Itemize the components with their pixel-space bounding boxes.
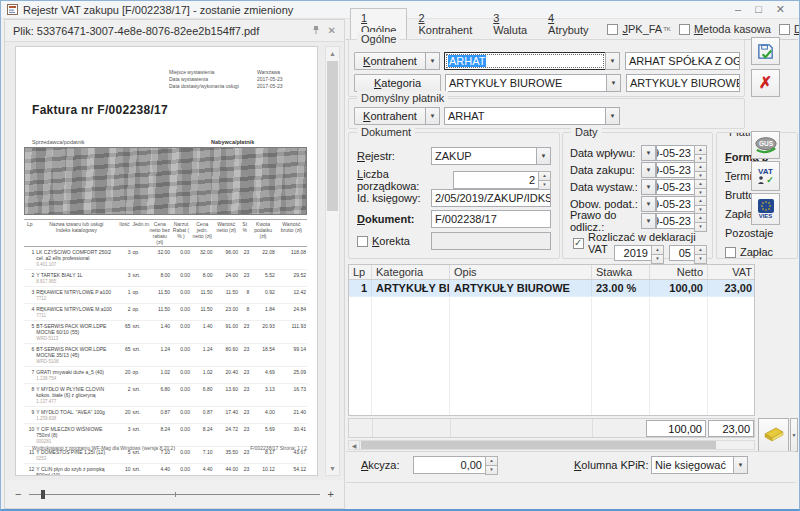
zoom-in-button[interactable]: + — [328, 488, 334, 500]
tab-waluta[interactable]: 3 Waluta — [483, 9, 537, 39]
rozliczac-vat-checkbox-box[interactable] — [573, 238, 584, 249]
kolumna-kpir-combo[interactable]: Nie księgować — [651, 456, 734, 474]
pin-icon[interactable] — [312, 25, 320, 37]
rejestr-combo[interactable]: ZAKUP — [431, 147, 537, 165]
checkbox-jpk-fa[interactable]: JPK_FA TK — [607, 23, 670, 39]
checkbox-dokument-wewnetrzny[interactable]: Dokument wewnętrzny — [779, 23, 800, 39]
zaplacono-checkbox[interactable]: Zapłac — [725, 246, 773, 258]
vat-month-spinner[interactable]: ▲▼ — [694, 245, 707, 261]
vat-year-input[interactable]: 2019 — [614, 245, 652, 261]
korekta-field-disabled — [431, 232, 551, 250]
zaplacono-checkbox-box[interactable] — [725, 247, 736, 258]
pdf-page: Miejsce wystawieniaWarszawa Data wystawi… — [15, 46, 318, 476]
col-kategoria[interactable]: Kategoria — [372, 265, 450, 279]
hscrollbar-thumb[interactable] — [361, 441, 716, 449]
date-calendar-dropdown-icon[interactable]: ▼ — [641, 213, 656, 229]
close-button[interactable]: ✕ — [776, 4, 785, 15]
invoice-title: Faktura nr F/002238/17 — [32, 103, 168, 117]
gus-button[interactable]: GUS — [751, 131, 780, 159]
scroll-left-icon[interactable]: ◀ — [349, 441, 360, 449]
invoice-item-row: 1 LK CZYŚCIWO COMFORT 250/2 cel. a2 elli… — [24, 247, 307, 270]
platnik-kontrahent-button[interactable]: Kontrahent — [354, 107, 426, 125]
platnik-kontrahent-dropdown-icon[interactable]: ▼ — [605, 107, 620, 125]
akcyza-input[interactable]: 0,00 — [413, 456, 486, 474]
liczba-porzadkowa-spinner[interactable]: ▲▼ — [538, 171, 551, 189]
col-vat[interactable]: VAT — [708, 265, 755, 279]
invoice-items-table: Lp Nazwa towaru lub usługi Indeks katalo… — [24, 219, 307, 476]
pdf-viewer: Miejsce wystawieniaWarszawa Data wystawi… — [5, 42, 344, 480]
vat-year-spinner[interactable]: ▲▼ — [651, 245, 664, 261]
col-opis[interactable]: Opis — [450, 265, 592, 279]
pdf-vertical-scrollbar[interactable]: ▲ ▼ — [325, 46, 340, 476]
vat-verify-button[interactable]: VAT ✓ — [751, 161, 780, 191]
scroll-down-icon[interactable]: ▼ — [326, 462, 339, 475]
kontrahent-name-field[interactable]: ARHAT SPÓŁKA Z OGRANICZONĄ ODPOW — [625, 52, 740, 70]
kategoria-code-input[interactable]: ARTYKUŁY BIUROWE — [445, 74, 607, 92]
invoice-item-row: 4 RĘKAWICE NITRYLOWE M a1007711 2 op. 11… — [24, 304, 307, 321]
tab-atrybuty[interactable]: 4 Atrybuty — [538, 9, 598, 39]
dokument-numer-input[interactable]: F/002238/17 — [431, 210, 551, 228]
totals-row: 100,00 23,00 — [348, 418, 755, 438]
date-spinner[interactable]: ▲▼ — [694, 162, 707, 178]
zoom-track[interactable] — [29, 494, 319, 495]
liczba-porzadkowa-input[interactable]: 2 — [453, 171, 539, 189]
col-lp[interactable]: Lp — [349, 265, 372, 279]
date-calendar-dropdown-icon[interactable]: ▼ — [641, 179, 656, 195]
date-spinner[interactable]: ▲▼ — [694, 196, 707, 212]
rejestr-dropdown-icon[interactable]: ▼ — [536, 147, 551, 165]
zoom-out-button[interactable]: − — [15, 488, 21, 500]
date-spinner[interactable]: ▲▼ — [694, 145, 707, 161]
pdf-close-icon[interactable]: ✕ — [328, 26, 336, 36]
kontrahent-button[interactable]: Kontrahent — [354, 52, 426, 70]
dokument-wewnetrzny-checkbox-box[interactable] — [779, 24, 790, 35]
position-row-selected[interactable]: 1 ARTYKUŁY BIURO... ARTYKUŁY BIUROWE 23.… — [349, 280, 754, 297]
date-calendar-dropdown-icon[interactable]: ▼ — [641, 162, 656, 178]
korekta-checkbox[interactable]: Korekta — [357, 235, 431, 247]
scroll-up-icon[interactable]: ▲ — [326, 47, 339, 60]
tab-bar: 1 Ogólne 2 Kontrahent 3 Waluta 4 Atrybut… — [346, 19, 798, 40]
akcyza-spinner[interactable]: ▲▼ — [485, 456, 498, 474]
platnik-kontrahent-input[interactable]: ARHAT — [444, 107, 606, 125]
platnik-kontrahent-button-dropdown-icon[interactable]: ▼ — [425, 107, 440, 125]
maximize-button[interactable]: □ — [755, 4, 762, 15]
kategoria-button[interactable]: Kategoria — [354, 74, 441, 92]
vat-month-input[interactable]: 05 — [669, 245, 695, 261]
vies-button[interactable]: VIES — [751, 193, 780, 225]
date-input[interactable]: 2019-05-23 — [656, 196, 695, 212]
pozostaje-label: Pozostaje — [725, 227, 773, 239]
kontrahent-code-input[interactable]: ARHAT — [444, 52, 606, 70]
ksiegowanie-button[interactable] — [758, 418, 789, 452]
zoom-slider-handle[interactable] — [41, 490, 45, 499]
kontrahent-button-dropdown-icon[interactable]: ▼ — [425, 52, 440, 70]
tab-kontrahent[interactable]: 2 Kontrahent — [408, 9, 482, 39]
cancel-button[interactable]: ✗ — [751, 69, 780, 97]
date-spinner[interactable]: ▲▼ — [694, 213, 707, 229]
positions-horizontal-scrollbar[interactable]: ◀ — [348, 440, 755, 450]
id-ksiegowy-label: Id. księgowy: — [357, 192, 431, 204]
ksiegowanie-dropdown-icon[interactable]: ▼ — [790, 418, 798, 452]
date-input[interactable]: 2019-05-23 — [656, 145, 695, 161]
metoda-kasowa-checkbox-box[interactable] — [679, 24, 690, 35]
zoom-midpoint-tick — [175, 492, 176, 497]
minimize-button[interactable]: – — [735, 4, 741, 15]
date-calendar-dropdown-icon[interactable]: ▼ — [641, 196, 656, 212]
invoice-item-row: 12 Y CLIN płyn do szyb z pompką 500ml (1… — [24, 464, 307, 477]
save-button[interactable] — [751, 37, 780, 65]
pdf-file-label: Plik: 53376471-3007-4e8e-8076-82ee2b154f… — [13, 25, 304, 37]
kontrahent-code-dropdown-icon[interactable]: ▼ — [605, 52, 620, 70]
col-netto[interactable]: Netto — [650, 265, 708, 279]
kategoria-name-field[interactable]: ARTYKUŁY BIUROWE — [626, 74, 740, 92]
id-ksiegowy-input[interactable]: 2/05/2019/ZAKUP/IDKSI — [431, 189, 551, 207]
jpk-fa-checkbox-box[interactable] — [607, 24, 618, 35]
korekta-checkbox-box[interactable] — [357, 236, 368, 247]
date-input[interactable]: 2019-05-23 — [656, 179, 695, 195]
kategoria-code-dropdown-icon[interactable]: ▼ — [606, 74, 621, 92]
date-input[interactable]: 2019-05-23 — [656, 162, 695, 178]
date-input[interactable]: 2019-05-23 — [656, 213, 695, 229]
date-spinner[interactable]: ▲▼ — [694, 179, 707, 195]
col-stawka[interactable]: Stawka — [592, 265, 650, 279]
scrollbar-thumb[interactable] — [327, 61, 338, 211]
kolumna-kpir-dropdown-icon[interactable]: ▼ — [733, 456, 748, 474]
date-calendar-dropdown-icon[interactable]: ▼ — [641, 145, 656, 161]
rejestr-label: Rejestr: — [357, 150, 431, 162]
